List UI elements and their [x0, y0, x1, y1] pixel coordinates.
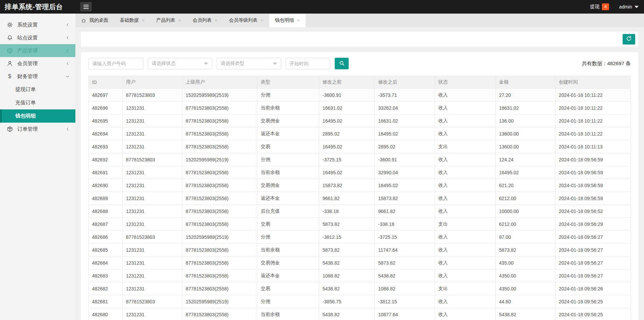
table-row: 482695 1231231 87781523803(2558) 交易佣金 16…	[89, 114, 631, 127]
table-row: 482687 1231231 87781523803(2558) 交易 5873…	[89, 218, 631, 231]
close-icon[interactable]: ×	[215, 18, 217, 23]
cell-status: 收入	[435, 269, 496, 282]
tab-my-desktop[interactable]: 我的桌面	[75, 14, 114, 27]
table-row: 482685 1231231 87781523803(2558) 当前余额 58…	[89, 244, 631, 256]
sidebar-item-finance-management[interactable]: $ 财务管理	[0, 70, 75, 83]
sidebar-item-order-management[interactable]: 订单管理	[0, 123, 75, 136]
sidebar-subitem-wallet-details[interactable]: 钱包明细	[0, 109, 75, 123]
table-row: 482694 1231231 87781523803(2558) 返还本金 28…	[89, 127, 631, 140]
cell-after: -3600.91	[375, 153, 435, 166]
cell-created: 2024-01-18 09:56:52	[555, 205, 631, 218]
cell-user: 1231231	[123, 244, 182, 256]
cell-created: 2024-01-18 09:56:25	[555, 308, 631, 320]
sidebar-subitem-recharge-orders[interactable]: 充值订单	[0, 96, 75, 109]
close-icon[interactable]: ×	[178, 18, 181, 23]
close-icon[interactable]: ×	[142, 18, 145, 23]
table-row: 482686 87781523803 15202595989(2519) 分佣 …	[89, 231, 631, 244]
search-button[interactable]	[335, 58, 349, 69]
cell-user: 1231231	[123, 282, 182, 295]
user-number-input[interactable]	[88, 58, 143, 69]
sidebar-item-label: 会员管理	[17, 60, 38, 67]
cell-after: 16495.02	[375, 179, 435, 192]
cell-after: 10877.64	[375, 308, 435, 320]
cell-type: 交易	[257, 218, 319, 231]
tab-basic-data[interactable]: 基础数据 ×	[114, 14, 150, 27]
hamburger-icon	[84, 5, 89, 5]
chevron-left-icon	[65, 127, 70, 131]
total-count-text: 共有数据：482697 条	[582, 60, 631, 67]
table-row: 482691 1231231 87781523803(2558) 当前余额 16…	[89, 166, 631, 179]
sidebar-item-member-management[interactable]: 会员管理	[0, 57, 75, 70]
cell-user: 1231231	[123, 166, 182, 179]
cell-after: -338.18	[375, 218, 435, 231]
tab-member-list[interactable]: 会员列表 ×	[187, 14, 223, 27]
sidebar-item-label: 产品管理	[17, 48, 38, 54]
cell-id: 482682	[89, 282, 123, 295]
cell-user: 1231231	[123, 114, 182, 127]
cell-before: 15873.82	[319, 179, 375, 192]
chevron-down-icon	[65, 74, 70, 79]
cell-created: 2024-01-18 09:56:59	[555, 192, 631, 205]
cell-user: 1231231	[123, 308, 182, 320]
home-icon	[81, 18, 86, 23]
gear-icon	[6, 22, 13, 28]
cell-user: 87781523803	[123, 153, 182, 166]
cell-status: 收入	[435, 295, 496, 308]
cell-before: -3812.15	[319, 231, 375, 244]
cell-after: 5438.82	[375, 269, 435, 282]
tab-member-level-list[interactable]: 会员等级列表 ×	[223, 14, 269, 27]
cell-id: 482689	[89, 192, 123, 205]
cell-status: 收入	[435, 308, 496, 320]
cell-id: 482681	[89, 295, 123, 308]
cell-after: 32990.04	[375, 166, 435, 179]
cell-status: 收入	[435, 192, 496, 205]
cell-status: 支出	[435, 140, 496, 153]
sidebar-item-system-settings[interactable]: 系统设置	[0, 18, 75, 31]
cell-parent-user: 87781523803(2558)	[182, 140, 257, 153]
cell-parent-user: 87781523803(2558)	[182, 308, 257, 320]
tab-label: 我的桌面	[89, 17, 108, 23]
chevron-left-icon	[65, 22, 70, 27]
content-area: 请选择状态 请选择类型 共有数据：482697 条	[75, 27, 644, 320]
cell-parent-user: 87781523803(2558)	[182, 166, 257, 179]
sidebar-toggle-button[interactable]	[80, 2, 92, 12]
cell-created: 2024-01-18 10:11:22	[555, 114, 631, 127]
sidebar-subitem-withdraw-orders[interactable]: 提现订单	[0, 83, 75, 96]
cell-type: 分佣	[257, 231, 319, 244]
sidebar-item-product-management[interactable]: 产品管理	[0, 44, 75, 57]
column-header-status: 状态	[435, 76, 496, 89]
withdraw-count-badge: 4	[602, 3, 609, 10]
sidebar-item-site-settings[interactable]: 站点设置	[0, 31, 75, 44]
type-select[interactable]: 请选择类型	[217, 58, 281, 69]
cell-created: 2024-01-18 10:11:22	[555, 127, 631, 140]
cell-id: 482695	[89, 114, 123, 127]
cell-status: 收入	[435, 166, 496, 179]
close-icon[interactable]: ×	[261, 18, 263, 23]
cell-parent-user: 87781523803(2558)	[182, 114, 257, 127]
cell-user: 1231231	[123, 127, 182, 140]
close-icon[interactable]: ×	[297, 18, 300, 23]
cell-user: 1231231	[123, 269, 182, 282]
tab-wallet-details[interactable]: 钱包明细 ×	[269, 14, 306, 27]
status-select[interactable]: 请选择状态	[148, 58, 212, 69]
cell-id: 482694	[89, 127, 123, 140]
refresh-button[interactable]	[623, 34, 635, 45]
status-select-placeholder: 请选择状态	[152, 60, 176, 67]
table-row: 482681 87781523803 15202595989(2519) 分佣 …	[89, 295, 631, 308]
start-time-input[interactable]	[286, 58, 330, 69]
column-header-type: 类型	[257, 76, 319, 89]
cell-created: 2024-01-18 10:11:22	[555, 102, 631, 114]
cell-amount: 16495.02	[496, 166, 555, 179]
tab-product-list[interactable]: 产品列表 ×	[150, 14, 187, 27]
cell-user: 1231231	[123, 192, 182, 205]
user-menu[interactable]: admin	[619, 4, 639, 10]
withdraw-notification[interactable]: 提现 4	[590, 3, 609, 10]
cell-id: 482685	[89, 244, 123, 256]
wallet-details-panel: 请选择状态 请选择类型 共有数据：482697 条	[81, 52, 638, 320]
cell-amount: 27.20	[496, 89, 555, 102]
chevron-down-icon	[273, 63, 277, 65]
cell-created: 2024-01-18 09:56:27	[555, 244, 631, 256]
cell-amount: 16631.02	[496, 102, 555, 114]
cell-type: 分佣	[257, 295, 319, 308]
cell-amount: 136.00	[496, 114, 555, 127]
